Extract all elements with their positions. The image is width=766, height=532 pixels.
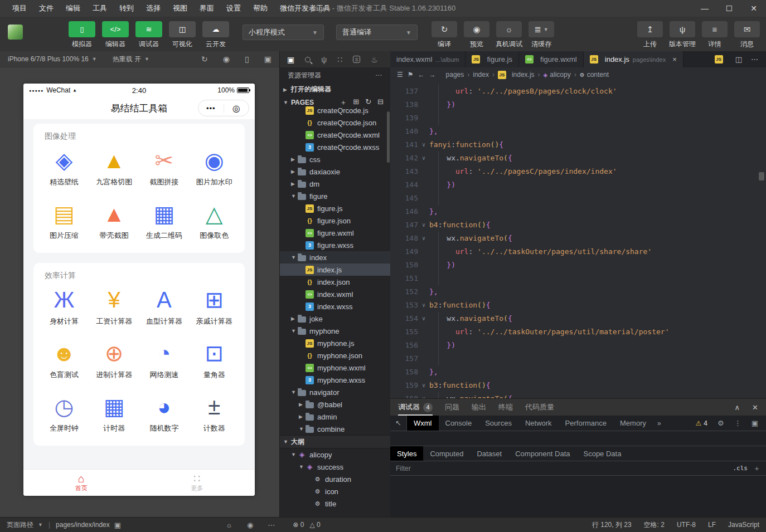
app-item[interactable]: ▦生成二维码 (139, 201, 190, 241)
messages-button[interactable]: ✉消息 (734, 21, 760, 49)
preview-button[interactable]: ◉预览 (463, 21, 490, 49)
app-item[interactable]: △图像取色 (189, 201, 239, 241)
tree-item-duration[interactable]: ⚙duration (280, 473, 390, 485)
tree-item-@babel[interactable]: ▶@babel (280, 398, 390, 411)
theme-icon[interactable]: ♨ (371, 55, 378, 64)
tree-item-alicopy[interactable]: ▼◈alicopy (280, 448, 390, 461)
debugger-tab-问题[interactable]: 问题 (445, 399, 459, 416)
problems-indicator[interactable]: ⊗ 0 △ 0 (293, 521, 320, 529)
more-actions-icon[interactable]: ⋯ (375, 71, 382, 79)
open-editors-section[interactable]: ▶ 打开的编辑器 (280, 83, 390, 96)
compile-button[interactable]: ↻编译 (431, 21, 458, 49)
menu-转到[interactable]: 转到 (114, 3, 139, 13)
app-item[interactable]: ◈精选壁纸 (39, 147, 89, 187)
filter-input[interactable] (396, 465, 733, 472)
menu-帮助[interactable]: 帮助 (248, 3, 273, 13)
files-icon[interactable]: ▣ (287, 55, 294, 64)
tree-item-joke[interactable]: ▶joke (280, 313, 390, 325)
debugger-tab-代码质量[interactable]: 代码质量 (525, 399, 554, 416)
app-item[interactable]: ◉图片加水印 (189, 147, 239, 187)
search-icon[interactable] (305, 57, 311, 62)
snippets-icon[interactable]: S (353, 56, 360, 63)
tree-item-index.json[interactable]: {}index.json (280, 276, 390, 288)
eye-icon[interactable]: ◉ (247, 521, 253, 529)
tree-item-success[interactable]: ▼◈success (280, 461, 390, 473)
close-button[interactable]: ✕ (741, 0, 766, 17)
fold-icon[interactable]: ∨ (418, 218, 429, 232)
forward-icon[interactable]: → (429, 71, 436, 79)
code-editor[interactable]: 137 url: '../../pagesB/pages/clock/clock… (390, 82, 766, 399)
close-icon[interactable]: ✕ (752, 403, 758, 412)
toolbar-mode-visualization[interactable]: ◫可视化 (168, 21, 197, 49)
back-icon[interactable]: ← (418, 71, 425, 79)
breadcrumb-item-alicopy[interactable]: ◈ alicopy (544, 71, 571, 79)
cursor-position[interactable]: 行 120, 列 23 (592, 520, 632, 530)
app-item[interactable]: ◔网络测速 (139, 340, 190, 380)
active-file-icon[interactable]: JS (715, 55, 723, 64)
devtools-tab-Console[interactable]: Console (439, 416, 479, 431)
style-tab-Styles[interactable]: Styles (390, 446, 423, 461)
tree-item-index[interactable]: ▼index (280, 251, 390, 263)
menu-编辑[interactable]: 编辑 (60, 3, 86, 13)
add-style-icon[interactable]: ＋ (753, 463, 760, 474)
app-item[interactable]: ✂截图拼接 (139, 147, 190, 187)
mode-select[interactable]: 小程序模式 ▼ (243, 25, 324, 40)
split-editor-icon[interactable]: ◫ (735, 55, 742, 64)
editor-tab-index.wxml[interactable]: index.wxml...\album (390, 51, 466, 67)
menu-文件[interactable]: 文件 (33, 3, 59, 13)
app-item[interactable]: ⊞亲戚计算器 (189, 286, 239, 326)
editor-tab-figure.wxml[interactable]: <>figure.wxml (519, 51, 584, 67)
more-tabs-icon[interactable]: » (653, 419, 666, 427)
toolbar-mode-cloud[interactable]: ☁云开发 (201, 21, 230, 49)
fold-icon[interactable]: ∨ (418, 152, 429, 165)
eol[interactable]: LF (708, 521, 716, 529)
tree-item-myphone.wxml[interactable]: <>myphone.wxml (280, 362, 390, 374)
tree-item-dm[interactable]: ▶dm (280, 178, 390, 190)
app-item[interactable]: ▲带壳截图 (89, 201, 139, 241)
tree-item-combine[interactable]: ▼combine (280, 423, 390, 435)
tree-item-myphone[interactable]: ▼myphone (280, 325, 390, 337)
style-tab-Component Data[interactable]: Component Data (508, 446, 576, 461)
dock-icon[interactable]: ▣ (752, 419, 758, 427)
fold-icon[interactable]: ∨ (418, 138, 429, 152)
phone-tab-更多[interactable]: ∷更多 (139, 470, 255, 496)
outline-section[interactable]: ▼ 大纲 (280, 435, 390, 448)
tree-item-index.wxml[interactable]: <>index.wxml (280, 288, 390, 300)
tree-item-figure.js[interactable]: JSfigure.js (280, 202, 390, 214)
more-actions-icon[interactable]: ⋯ (751, 55, 758, 64)
fold-icon[interactable]: ∨ (418, 379, 429, 392)
menu-项目[interactable]: 项目 (7, 3, 32, 13)
devtools-tab-Network[interactable]: Network (518, 416, 559, 431)
app-item[interactable]: ◷全屏时钟 (39, 393, 89, 433)
compile-select[interactable]: 普通编译 ▼ (336, 25, 418, 40)
editor-tab-index.js[interactable]: JSindex.jspages\index× (584, 51, 683, 67)
tree-item-figure.json[interactable]: {}figure.json (280, 214, 390, 227)
capsule-button[interactable]: ••• ◎ (198, 100, 249, 116)
gear-icon[interactable]: ⚙ (717, 419, 724, 427)
refresh-icon[interactable]: ↻ (201, 55, 208, 64)
device-icon[interactable]: ▯ (245, 55, 249, 64)
toolbar-mode-editor[interactable]: </>编辑器 (101, 21, 130, 49)
warning-count[interactable]: ⚠ 4 (696, 419, 707, 427)
tree-item-figure.wxss[interactable]: 3figure.wxss (280, 239, 390, 251)
style-tab-Scope Data[interactable]: Scope Data (576, 446, 628, 461)
tree-item-index.js[interactable]: JSindex.js (280, 263, 390, 276)
maximize-button[interactable]: ☐ (717, 0, 741, 17)
devtools-tab-Memory[interactable]: Memory (613, 416, 653, 431)
breadcrumb-item-index[interactable]: index (473, 71, 489, 79)
device-select[interactable]: iPhone 6/7/8 Plus 100% 16 (8, 55, 89, 63)
debugger-tab-输出[interactable]: 输出 (472, 399, 486, 416)
devtools-tab-Wxml[interactable]: Wxml (407, 416, 439, 431)
language-mode[interactable]: JavaScript (728, 521, 759, 529)
extensions-icon[interactable]: ∷ (337, 55, 342, 64)
style-tab-Dataset[interactable]: Dataset (470, 446, 508, 461)
app-item[interactable]: ¥工资计算器 (89, 286, 139, 326)
ellipsis-icon[interactable]: ⋯ (268, 521, 275, 529)
app-item[interactable]: ☻色盲测试 (39, 340, 89, 380)
tree-item-createQrcode.json[interactable]: {}createQrcode.json (280, 116, 390, 129)
hot-reload-toggle[interactable]: 热重载 开 (113, 55, 141, 64)
tree-item-figure.wxml[interactable]: <>figure.wxml (280, 227, 390, 239)
app-item[interactable]: ⊕进制计算器 (89, 340, 139, 380)
menu-工具[interactable]: 工具 (87, 3, 113, 13)
devtools-tab-Sources[interactable]: Sources (478, 416, 518, 431)
